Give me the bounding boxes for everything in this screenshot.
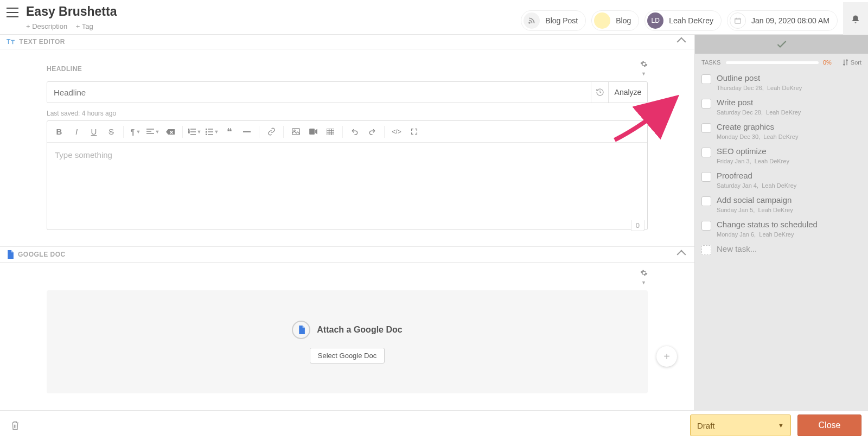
task-meta: Thursday Dec 26, Leah DeKrey	[717, 85, 802, 91]
editor-box: B I U S ¶▼ ▼ 12▼	[47, 120, 648, 230]
task-row[interactable]: Create graphicsMonday Dec 30, Leah DeKre…	[695, 120, 868, 144]
page-title[interactable]: Easy Brushetta	[26, 4, 117, 19]
task-title: Create graphics	[717, 122, 798, 131]
tasks-progress-bar	[726, 61, 819, 64]
footer-actions: Draft ▼ Close	[690, 415, 861, 436]
task-row[interactable]: Change status to scheduledMonday Jan 6, …	[695, 218, 868, 242]
quote-icon[interactable]: ❝	[221, 124, 238, 140]
text-editor-content: HEADLINE ▼ Analyze Last saved: 4 hours a…	[0, 49, 694, 246]
task-meta: Saturday Jan 4, Leah DeKrey	[717, 182, 796, 189]
tasks-sort-button[interactable]: Sort	[843, 59, 861, 66]
svg-point-4	[206, 129, 207, 130]
clear-format-icon[interactable]	[162, 124, 179, 140]
delete-button[interactable]	[11, 420, 20, 430]
task-meta: Monday Jan 6, Leah DeKrey	[717, 231, 818, 238]
task-checkbox[interactable]	[701, 148, 711, 157]
section-bar-text-editor[interactable]: Tᴛ TEXT EDITOR	[0, 35, 694, 49]
italic-icon[interactable]: I	[68, 124, 85, 140]
google-doc-icon	[7, 250, 14, 259]
unordered-list-icon[interactable]: ▼	[203, 124, 221, 140]
align-icon[interactable]: ▼	[144, 124, 162, 140]
headline-input[interactable]	[47, 82, 591, 103]
ordered-list-icon[interactable]: 12▼	[186, 124, 203, 140]
menu-icon[interactable]	[7, 8, 18, 17]
new-task-label: New task...	[717, 244, 757, 253]
table-icon[interactable]	[322, 124, 339, 140]
task-row[interactable]: Add social campaignSunday Jan 5, Leah De…	[695, 193, 868, 218]
task-title: Outline post	[717, 73, 802, 82]
task-checkbox[interactable]	[701, 196, 711, 206]
notifications-button[interactable]	[843, 2, 868, 37]
attach-gdoc-label: Attach a Google Doc	[317, 325, 402, 335]
redo-icon[interactable]	[363, 124, 381, 140]
add-section-button[interactable]: +	[656, 346, 677, 367]
headline-history-icon[interactable]	[591, 82, 608, 103]
task-row[interactable]: ProofreadSaturday Jan 4, Leah DeKrey	[695, 169, 868, 193]
editor-body[interactable]: Type something	[47, 143, 647, 229]
rss-icon	[524, 12, 540, 29]
tasks-label: TASKS	[701, 59, 720, 66]
calendar-pill[interactable]: Blog	[591, 10, 639, 31]
add-description-link[interactable]: + Description	[26, 22, 67, 30]
task-meta: Sunday Jan 5, Leah DeKrey	[717, 207, 793, 213]
new-task-checkbox[interactable]	[701, 245, 711, 255]
task-row[interactable]: Write postSaturday Dec 28, Leah DeKrey	[695, 95, 868, 120]
text-editor-icon: Tᴛ	[7, 38, 15, 46]
owner-pill[interactable]: LD Leah DeKrey	[644, 10, 722, 31]
tasks-percent: 0%	[823, 59, 832, 66]
sub-links: + Description + Tag	[26, 22, 117, 30]
new-task-row[interactable]: New task...	[695, 242, 868, 259]
underline-icon[interactable]: U	[85, 124, 103, 140]
undo-icon[interactable]	[346, 124, 363, 140]
task-title: Change status to scheduled	[717, 220, 818, 229]
fullscreen-icon[interactable]	[405, 124, 423, 140]
schedule-date: Jan 09, 2020 08:00 AM	[751, 16, 829, 25]
svg-rect-7	[292, 129, 299, 135]
gdoc-settings-icon[interactable]: ▼	[640, 269, 648, 286]
task-checkbox[interactable]	[701, 74, 711, 84]
task-checkbox[interactable]	[701, 123, 711, 133]
last-saved-text: Last saved: 4 hours ago	[47, 110, 648, 117]
content-type-label: Blog Post	[545, 16, 578, 25]
link-icon[interactable]	[263, 124, 280, 140]
strikethrough-icon[interactable]: S	[103, 124, 120, 140]
task-checkbox[interactable]	[701, 221, 711, 231]
schedule-pill[interactable]: Jan 09, 2020 08:00 AM	[727, 10, 838, 31]
svg-text:2: 2	[188, 131, 190, 133]
bold-icon[interactable]: B	[50, 124, 68, 140]
analyze-button[interactable]: Analyze	[608, 82, 647, 103]
footer: Draft ▼ Close	[0, 410, 868, 440]
task-meta: Saturday Dec 28, Leah DeKrey	[717, 109, 801, 116]
task-title: Proofread	[717, 171, 796, 180]
task-checkbox[interactable]	[701, 99, 711, 109]
task-row[interactable]: Outline postThursday Dec 26, Leah DeKrey	[695, 71, 868, 95]
editor-settings-icon[interactable]: ▼	[640, 60, 648, 77]
svg-point-6	[206, 134, 207, 135]
calendar-color-icon	[594, 12, 610, 29]
close-button[interactable]: Close	[797, 415, 861, 436]
text-editor-label: TEXT EDITOR	[19, 38, 65, 46]
collapse-google-doc[interactable]	[677, 250, 686, 259]
content-type-pill[interactable]: Blog Post	[521, 10, 586, 31]
task-checkbox[interactable]	[701, 172, 711, 182]
task-title: Write post	[717, 98, 801, 107]
status-dropdown[interactable]: Draft ▼	[690, 415, 791, 436]
hr-icon[interactable]	[238, 124, 256, 140]
add-tag-link[interactable]: + Tag	[76, 22, 93, 30]
task-meta: Monday Dec 30, Leah DeKrey	[717, 133, 798, 140]
header-left: Easy Brushetta + Description + Tag	[4, 4, 117, 30]
select-google-doc-button[interactable]: Select Google Doc	[310, 348, 385, 364]
video-icon[interactable]	[304, 124, 322, 140]
tasks-panel: TASKS 0% Sort Outline postThursday Dec 2…	[694, 35, 868, 410]
section-bar-google-doc[interactable]: GOOGLE DOC	[0, 246, 694, 263]
collapse-text-editor[interactable]	[677, 37, 686, 47]
tasks-panel-header[interactable]	[695, 35, 868, 54]
check-icon	[777, 41, 787, 48]
image-icon[interactable]	[287, 124, 304, 140]
tasks-header: TASKS 0% Sort	[695, 54, 868, 71]
svg-rect-9	[309, 129, 315, 135]
task-row[interactable]: SEO optimizeFriday Jan 3, Leah DeKrey	[695, 144, 868, 169]
code-view-icon[interactable]: </>	[388, 124, 405, 140]
paragraph-format-icon[interactable]: ¶▼	[127, 124, 144, 140]
calendar-icon	[730, 12, 746, 29]
